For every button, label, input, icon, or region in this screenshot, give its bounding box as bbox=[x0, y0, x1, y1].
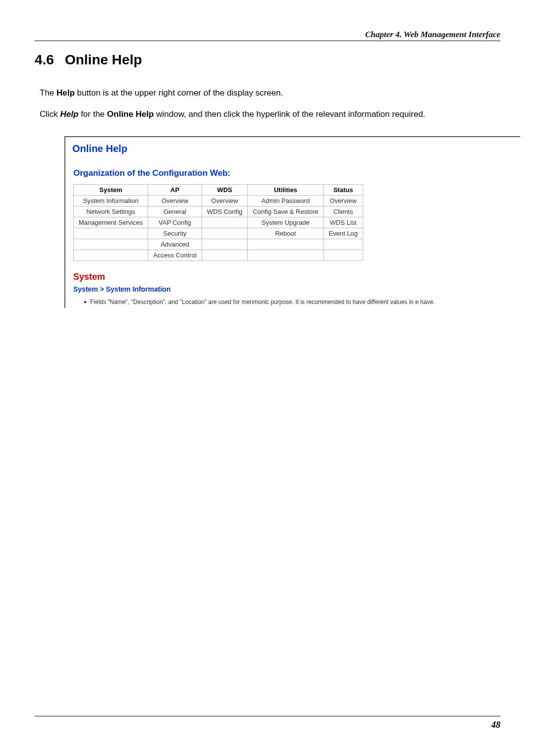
table-row: Access Control bbox=[74, 250, 363, 260]
section-title: 4.6Online Help bbox=[35, 52, 500, 68]
col-status: Status bbox=[323, 184, 363, 195]
table-body: System InformationOverviewOverviewAdmin … bbox=[74, 195, 363, 260]
page-number: 48 bbox=[491, 720, 500, 730]
system-heading: System bbox=[73, 272, 520, 282]
col-utilities: Utilities bbox=[248, 184, 323, 195]
section-number: 4.6 bbox=[35, 52, 54, 68]
table-row: SecurityRebootEvent Log bbox=[74, 228, 363, 239]
col-wds: WDS bbox=[202, 184, 248, 195]
table-row: Network SettingsGeneralWDS ConfigConfig … bbox=[74, 206, 363, 217]
table-header-row: System AP WDS Utilities Status bbox=[74, 184, 363, 195]
bottom-rule bbox=[35, 716, 500, 716]
organization-title: Organization of the Configuration Web: bbox=[73, 168, 520, 178]
table-row: Advanced bbox=[74, 239, 363, 250]
page: Chapter 4. Web Management Interface 4.6O… bbox=[0, 0, 535, 756]
online-help-title: Online Help bbox=[72, 143, 520, 154]
help-label: Help bbox=[56, 88, 75, 98]
section-name: Online Help bbox=[65, 52, 142, 67]
table-row: System InformationOverviewOverviewAdmin … bbox=[74, 195, 363, 206]
online-help-bold: Online Help bbox=[107, 109, 154, 119]
help-italic: Help bbox=[60, 109, 79, 119]
top-rule bbox=[35, 41, 500, 41]
paragraph-2: Click Help for the Online Help window, a… bbox=[40, 108, 500, 121]
chapter-header: Chapter 4. Web Management Interface bbox=[35, 30, 500, 41]
breadcrumb: System > System Information bbox=[73, 285, 520, 293]
paragraph-1: The Help button is at the upper right co… bbox=[40, 87, 500, 100]
bullet-text: Fields "Name", "Description", and "Locat… bbox=[84, 298, 516, 306]
config-web-table: System AP WDS Utilities Status System In… bbox=[73, 184, 363, 261]
col-system: System bbox=[74, 184, 148, 195]
col-ap: AP bbox=[148, 184, 202, 195]
table-row: Management ServicesVAP ConfigSystem Upgr… bbox=[74, 217, 363, 228]
help-window-screenshot: Online Help Organization of the Configur… bbox=[64, 136, 520, 308]
